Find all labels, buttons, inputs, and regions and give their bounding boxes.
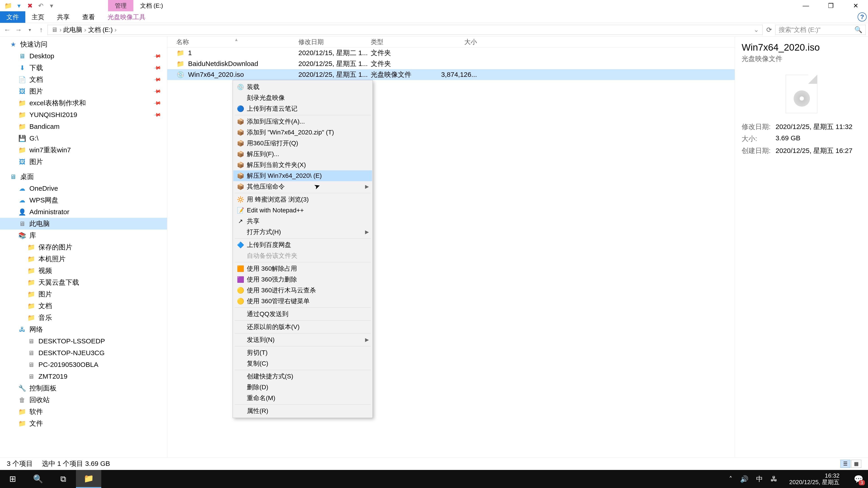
context-menu-item[interactable]: 剪切(T) [233,347,372,358]
nav-item[interactable]: 📁本机照片 [0,253,167,265]
context-menu-item[interactable]: 🟪使用 360强力删除 [233,274,372,285]
ime-indicator[interactable]: 中 [756,475,763,484]
nav-item[interactable]: 📁文件 [0,418,167,429]
nav-item[interactable]: 🖥此电脑 [0,218,167,230]
context-menu-item[interactable]: 📦解压到当前文件夹(X) [233,160,372,170]
nav-network[interactable]: 🖧网络 [0,324,167,335]
ribbon-tab-view[interactable]: 查看 [76,11,101,23]
network-tray-icon[interactable]: 🖧 [771,475,777,483]
view-details-button[interactable]: ☰ [840,460,850,468]
nav-item[interactable]: ☁OneDrive [0,183,167,194]
context-menu-item[interactable]: 打开方式(H)▶ [233,227,372,237]
properties-icon[interactable]: ▾ [14,1,24,10]
col-date[interactable]: 修改日期 [298,38,371,46]
nav-item[interactable]: 📁图片 [0,288,167,300]
address-dropdown-icon[interactable]: ⌄ [754,26,759,33]
context-menu-item[interactable]: 🔵上传到有道云笔记 [233,103,372,114]
forward-button[interactable]: → [13,25,24,35]
task-view-button[interactable]: ⧉ [51,470,76,488]
volume-icon[interactable]: 🔊 [740,475,748,483]
context-menu-item[interactable]: 🔆用 蜂蜜浏览器 浏览(3) [233,194,372,205]
nav-item[interactable]: 📁音乐 [0,312,167,324]
nav-item[interactable]: 🖥PC-20190530OBLA [0,359,167,370]
context-menu-item[interactable]: ↗共享 [233,216,372,227]
ribbon-tab-disc-tools[interactable]: 光盘映像工具 [101,11,152,23]
refresh-button[interactable]: ⟳ [764,25,774,35]
delete-icon[interactable]: ✖ [25,1,34,10]
nav-quick-access[interactable]: ★快速访问 [0,38,167,50]
context-menu-item[interactable]: 发送到(N)▶ [233,334,372,345]
file-row[interactable]: 📁BaiduNetdiskDownload2020/12/25, 星期五 1..… [167,58,735,69]
nav-desktop[interactable]: 🖥桌面 [0,171,167,183]
ribbon-tab-file[interactable]: 文件 [0,11,25,23]
nav-item[interactable]: 💾G:\ [0,132,167,144]
close-button[interactable]: ✕ [843,0,868,11]
file-row[interactable]: 💿Win7x64_2020.iso2020/12/25, 星期五 1...光盘映… [167,69,735,80]
undo-icon[interactable]: ↶ [36,1,45,10]
nav-item[interactable]: 🗑回收站 [0,394,167,406]
breadcrumb-root[interactable]: 此电脑 [63,26,82,34]
context-menu-item[interactable]: 💿装载 [233,82,372,92]
context-menu-item[interactable]: 通过QQ发送到 [233,308,372,320]
breadcrumb-drive[interactable]: 文档 (E:) [88,26,113,34]
ribbon-tab-share[interactable]: 共享 [51,11,76,23]
search-icon[interactable]: 🔍 [855,26,862,33]
nav-item[interactable]: 📁Bandicam [0,121,167,132]
nav-item[interactable]: 📁文档 [0,300,167,312]
context-menu-item[interactable]: 📦其他压缩命令▶ [233,181,372,192]
nav-item[interactable]: 📁excel表格制作求和📌 [0,97,167,109]
nav-item[interactable]: ⬇下载📌 [0,62,167,74]
minimize-button[interactable]: — [794,0,818,11]
context-menu-item[interactable]: 📦添加到压缩文件(A)... [233,116,372,127]
context-menu-item[interactable]: 📝Edit with Notepad++ [233,205,372,216]
search-box[interactable]: 搜索"文档 (E:)" 🔍 [775,25,866,35]
back-button[interactable]: ← [2,25,12,35]
up-button[interactable]: ↑ [36,25,46,35]
file-row[interactable]: 📁12020/12/15, 星期二 1...文件夹 [167,47,735,58]
qat-dropdown-icon[interactable]: ▾ [47,1,56,10]
tab-contextual-manage[interactable]: 管理 [108,0,133,11]
nav-item[interactable]: 📁YUNQISHI2019📌 [0,109,167,121]
nav-item[interactable]: ☁WPS网盘 [0,194,167,206]
nav-item[interactable]: 📚库 [0,230,167,241]
col-name[interactable]: 名称 [167,38,298,46]
context-menu-item[interactable]: 📦解压到(F)... [233,149,372,160]
context-menu-item[interactable]: 🟧使用 360解除占用 [233,263,372,274]
nav-item[interactable]: 🖥DESKTOP-NJEU3CG [0,347,167,359]
view-thumbnails-button[interactable]: ▦ [851,460,861,468]
context-menu-item[interactable]: 📦添加到 "Win7x64_2020.zip" (T) [233,127,372,138]
nav-item[interactable]: 🖥Desktop📌 [0,50,167,62]
nav-item[interactable]: 📁win7重装win7 [0,144,167,156]
ribbon-tab-home[interactable]: 主页 [25,11,51,23]
maximize-button[interactable]: ❐ [818,0,843,11]
context-menu-item[interactable]: 属性(R) [233,405,372,416]
col-type[interactable]: 类型 [371,38,434,46]
context-menu-item[interactable]: 创建快捷方式(S) [233,371,372,382]
context-menu-item[interactable]: 刻录光盘映像 [233,92,372,103]
context-menu-item[interactable]: 🟡使用 360管理右键菜单 [233,296,372,306]
col-size[interactable]: 大小 [434,38,484,46]
nav-item[interactable]: 📁保存的图片 [0,241,167,253]
nav-item[interactable]: 🔧控制面板 [0,382,167,394]
context-menu-item[interactable]: 还原以前的版本(V) [233,322,372,332]
nav-item[interactable]: 🖥ZMT2019 [0,370,167,382]
tray-overflow-icon[interactable]: ˄ [729,475,733,483]
nav-item[interactable]: 🖥DESKTOP-LSSOEDP [0,335,167,347]
nav-item[interactable]: 👤Administrator [0,206,167,218]
context-menu-item[interactable]: 📦解压到 Win7x64_2020\ (E) [233,170,372,181]
nav-item[interactable]: 📁视频 [0,265,167,276]
context-menu-item[interactable]: 复制(C) [233,358,372,369]
context-menu-item[interactable]: 🔷上传到百度网盘 [233,239,372,250]
help-icon[interactable]: ? [858,12,867,22]
nav-item[interactable]: 📁天翼云盘下载 [0,276,167,288]
taskbar-explorer-button[interactable]: 📁 [76,470,101,488]
context-menu-item[interactable]: 🟡使用 360进行木马云查杀 [233,285,372,296]
taskbar-clock[interactable]: 16:32 2020/12/25, 星期五 [785,473,844,485]
nav-item[interactable]: 📄文档📌 [0,74,167,86]
start-button[interactable]: ⊞ [0,470,25,488]
context-menu-item[interactable]: 重命名(M) [233,393,372,403]
taskbar-search-button[interactable]: 🔍 [25,470,51,488]
action-center-button[interactable]: 💬3 [851,472,866,486]
context-menu-item[interactable]: 删除(D) [233,382,372,393]
nav-item[interactable]: 🖼图片📌 [0,86,167,97]
